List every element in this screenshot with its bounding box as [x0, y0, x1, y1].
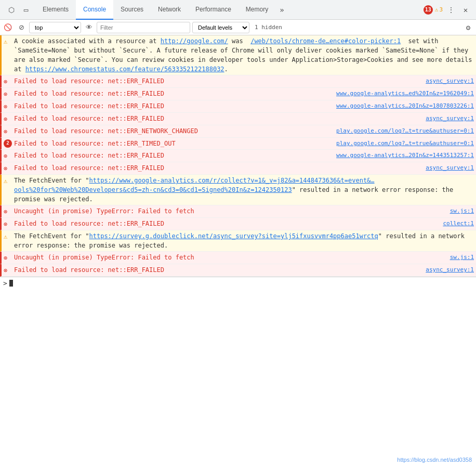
- tab-memory[interactable]: Memory: [239, 0, 275, 20]
- context-select[interactable]: top: [29, 22, 81, 33]
- entry-source-5[interactable]: play.google.com/log?…t=true&authuser=0:1: [336, 127, 474, 136]
- warn-icon: ⚠: [4, 37, 12, 46]
- entry-text-1: Failed to load resource: net::ERR_FAILED: [14, 76, 421, 86]
- error-icon-5: ⊗: [4, 127, 12, 136]
- link-chromestatus[interactable]: https://www.chromestatus.com/feature/563…: [25, 66, 224, 73]
- entry-text-7: Failed to load resource: net::ERR_FAILED: [14, 151, 332, 160]
- console-entry-err-4: ⊗ Failed to load resource: net::ERR_FAIL…: [0, 113, 476, 125]
- console-output: ⚠ A cookie associated with a resource at…: [0, 35, 476, 467]
- link-analytics-collect[interactable]: https://www.google-analytics.com/r/colle…: [14, 177, 375, 193]
- entry-text-5: Failed to load resource: net::ERR_NETWOR…: [14, 126, 332, 136]
- warn-icon-2: ⚠: [4, 176, 12, 186]
- entry-text-3: Failed to load resource: net::ERR_FAILED: [14, 101, 332, 111]
- error-icon-9: ⊗: [4, 207, 12, 216]
- entry-text-2: Failed to load resource: net::ERR_FAILED: [14, 89, 332, 98]
- error-count-badge: 13: [424, 5, 433, 15]
- entry-text-9: Uncaught (in promise) TypeError: Failed …: [14, 206, 446, 216]
- console-cursor: [9, 280, 13, 287]
- cursor-icon[interactable]: ⬡: [5, 4, 18, 16]
- tab-bar-icons: ⬡ ▭: [2, 4, 35, 16]
- entry-text-6: Failed to load resource: net::ERR_TIMED_…: [14, 139, 332, 148]
- console-entry-cookie-warn: ⚠ A cookie associated with a resource at…: [0, 35, 476, 75]
- error-icon-12: ⊗: [4, 266, 12, 275]
- link-doubleclick[interactable]: https://survey.g.doubleclick.net/async_s…: [89, 232, 378, 240]
- error-icon-1: ⊗: [4, 77, 12, 86]
- error-icon-3: ⊗: [4, 102, 12, 111]
- entry-source-8[interactable]: async_survey:1: [426, 164, 474, 173]
- entry-source-7[interactable]: www.google-analytics…20In&z=1443513257:1: [336, 151, 474, 160]
- console-entry-err-5: ⊗ Failed to load resource: net::ERR_NETW…: [0, 125, 476, 138]
- warn-icon-3: ⚠: [4, 232, 12, 241]
- console-settings-icon[interactable]: ⚙: [462, 22, 474, 33]
- console-entry-err-12: ⊗ Failed to load resource: net::ERR_FAIL…: [0, 264, 476, 277]
- entry-text-4: Failed to load resource: net::ERR_FAILED: [14, 114, 421, 123]
- console-input-line[interactable]: >: [0, 277, 476, 289]
- tab-elements[interactable]: Elements: [35, 0, 76, 20]
- hidden-count: 1 hidden: [252, 24, 285, 31]
- console-entry-err-9: ⊗ Uncaught (in promise) TypeError: Faile…: [0, 205, 476, 218]
- entry-source-1[interactable]: async_survey:1: [426, 77, 474, 86]
- console-entry-err-2: ⊗ Failed to load resource: net::ERR_FAIL…: [0, 88, 476, 100]
- entry-text-8: Failed to load resource: net::ERR_FAILED: [14, 163, 421, 173]
- console-entry-fetch-warn-2: ⚠ The FetchEvent for "https://survey.g.d…: [0, 230, 476, 252]
- entry-text-12: Failed to load resource: net::ERR_FAILED: [14, 265, 421, 275]
- console-toolbar: 🚫 ⊘ top 👁 Default levels 1 hidden ⚙: [0, 20, 476, 35]
- device-toggle-icon[interactable]: ▭: [20, 4, 32, 16]
- entry-source-11[interactable]: sw.js:1: [450, 253, 474, 262]
- entry-source-2[interactable]: www.google-analytics…ed%20In&z=1962049:1: [336, 89, 474, 98]
- entry-source-4[interactable]: async_survey:1: [426, 114, 474, 123]
- close-devtools-icon[interactable]: ✕: [459, 4, 472, 16]
- console-entry-err-7: ⊗ Failed to load resource: net::ERR_FAIL…: [0, 150, 476, 162]
- tab-network[interactable]: Network: [151, 0, 188, 20]
- bottom-link[interactable]: https://blog.csdn.net/asd0358: [397, 457, 472, 463]
- tab-bar-right: 13 ⚠ 3 ⋮ ✕: [424, 4, 474, 16]
- tab-sources[interactable]: Sources: [113, 0, 151, 20]
- tab-performance[interactable]: Performance: [188, 0, 239, 20]
- link-color-picker[interactable]: /web/tools/chrome-de…ence#color-picker:1: [250, 37, 401, 45]
- console-entry-err-10: ⊗ Failed to load resource: net::ERR_FAIL…: [0, 218, 476, 230]
- console-entry-fetch-warn-1: ⚠ The FetchEvent for "https://www.google…: [0, 175, 476, 205]
- warn-triangle-icon: ⚠: [435, 6, 439, 13]
- filter-toggle-button[interactable]: ⊘: [16, 22, 27, 33]
- tab-console[interactable]: Console: [76, 0, 113, 20]
- entry-source-12[interactable]: async_survey:1: [426, 266, 474, 275]
- eye-icon-button[interactable]: 👁: [83, 22, 95, 33]
- console-entry-err-11: ⊗ Uncaught (in promise) TypeError: Faile…: [0, 252, 476, 264]
- filter-input[interactable]: [97, 22, 190, 33]
- console-entry-err-8: ⊗ Failed to load resource: net::ERR_FAIL…: [0, 162, 476, 175]
- error-icon-4: ⊗: [4, 114, 12, 124]
- warn-count-badge: ⚠ 3: [435, 6, 443, 13]
- error-icon-10: ⊗: [4, 219, 12, 229]
- entry-text-11: Uncaught (in promise) TypeError: Failed …: [14, 253, 446, 262]
- console-entry-err-1: ⊗ Failed to load resource: net::ERR_FAIL…: [0, 75, 476, 88]
- error-count-badge-2: 2: [4, 139, 12, 148]
- entry-text-fetch-2: The FetchEvent for "https://survey.g.dou…: [14, 231, 474, 250]
- clear-console-button[interactable]: 🚫: [2, 22, 14, 33]
- console-entry-err-3: ⊗ Failed to load resource: net::ERR_FAIL…: [0, 100, 476, 113]
- entry-source-6[interactable]: play.google.com/log?…t=true&authuser=0:1: [336, 139, 474, 148]
- entry-text-cookie: A cookie associated with a resource at h…: [14, 36, 474, 74]
- levels-select[interactable]: Default levels: [192, 22, 249, 33]
- console-prompt: >: [3, 279, 7, 287]
- entry-source-3[interactable]: www.google-analytics…20In&z=1807803226:1: [336, 102, 474, 111]
- entry-text-fetch-1: The FetchEvent for "https://www.google-a…: [14, 176, 474, 204]
- entry-text-10: Failed to load resource: net::ERR_FAILED: [14, 219, 439, 228]
- tab-bar: ⬡ ▭ Elements Console Sources Network Per…: [0, 0, 476, 20]
- error-icon-7: ⊗: [4, 151, 12, 161]
- console-entry-err-6: 2 Failed to load resource: net::ERR_TIME…: [0, 138, 476, 150]
- entry-source-9[interactable]: sw.js:1: [450, 207, 474, 216]
- error-icon-2: ⊗: [4, 89, 12, 99]
- more-tabs-icon[interactable]: »: [275, 0, 288, 20]
- more-menu-icon[interactable]: ⋮: [445, 4, 457, 16]
- entry-source-10[interactable]: collect:1: [443, 219, 474, 228]
- error-icon-11: ⊗: [4, 253, 12, 263]
- link-google[interactable]: http://google.com/: [161, 37, 228, 45]
- error-icon-8: ⊗: [4, 164, 12, 173]
